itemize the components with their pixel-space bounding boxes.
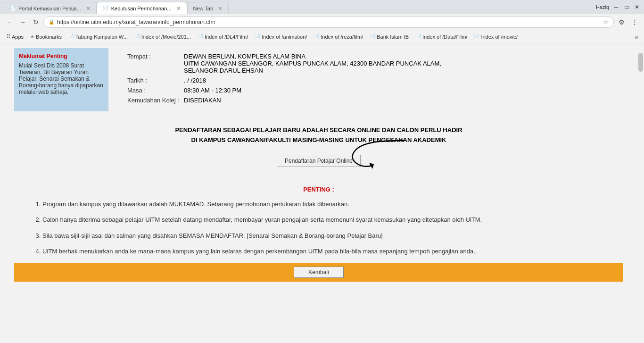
venue-tempat-line3: SELANGOR DARUL EHSAN bbox=[184, 67, 441, 74]
bookmark-bank-label: Bank Islam IB bbox=[377, 34, 409, 40]
url-text: https://online.uitm.edu.my/surat_tawaran… bbox=[57, 19, 600, 25]
nav-bar: ← → ↻ 🔒 https://online.uitm.edu.my/surat… bbox=[0, 14, 644, 30]
kembali-button[interactable]: Kembali bbox=[294, 267, 343, 278]
bookmark-data-icon: 📄 bbox=[415, 34, 421, 39]
bookmark-movie-label: Index of /Movie/201... bbox=[141, 34, 191, 40]
sidebar-body-text: Mulai Sesi Dis 2008 Surat Tawaran, Bil B… bbox=[19, 62, 104, 95]
bookmark-reza-icon: 📄 bbox=[314, 34, 319, 39]
scrollbar[interactable] bbox=[637, 43, 644, 286]
venue-kemudahan-label: Kemudahan Kolej : bbox=[127, 97, 184, 104]
bookmarks-star-icon: ★ bbox=[30, 34, 34, 39]
apps-grid-icon: ⠿ bbox=[7, 33, 10, 40]
bookmark-movie2-icon: 📄 bbox=[474, 34, 479, 39]
bookmark-reza[interactable]: 📄 Index of /reza/film/ bbox=[311, 33, 366, 41]
address-bar[interactable]: 🔒 https://online.uitm.edu.my/surat_tawar… bbox=[43, 17, 614, 28]
venue-kemudahan-row: Kemudahan Kolej : DISEDIAKAN bbox=[127, 97, 614, 104]
venue-tarikh-value: . / /2018 bbox=[184, 77, 206, 84]
tab-bar: 📄 Portal Kemasukan Pelaja... ✕ 📄 Keputus… bbox=[4, 0, 592, 14]
bookmark-animation[interactable]: 📄 Index of /animation/ bbox=[252, 33, 310, 41]
maklumat-penting-title: Maklumat Penting bbox=[19, 53, 104, 59]
announcement-text: PENDAFTARAN SEBAGAI PELAJAR BARU ADALAH … bbox=[14, 125, 623, 145]
venue-kemudahan-value: DISEDIAKAN bbox=[184, 97, 221, 104]
tab-1-icon: 📄 bbox=[10, 6, 16, 11]
page-wrapper: Maklumat Penting Mulai Sesi Dis 2008 Sur… bbox=[0, 43, 644, 286]
bookmarks-more-button[interactable]: » bbox=[633, 32, 640, 42]
main-content: Maklumat Penting Mulai Sesi Dis 2008 Sur… bbox=[0, 43, 637, 286]
tab-3-close[interactable]: ✕ bbox=[218, 5, 223, 12]
bookmark-movie2[interactable]: 📄 Index of /movie/ bbox=[471, 33, 520, 41]
bookmark-tabung-icon: 📄 bbox=[68, 34, 74, 39]
bookmark-bank-icon: 📄 bbox=[370, 34, 375, 39]
forward-button[interactable]: → bbox=[17, 17, 28, 28]
announcement-line1: PENDAFTARAN SEBAGAI PELAJAR BARU ADALAH … bbox=[14, 125, 623, 135]
announcement-line2: DI KAMPUS CAWANGAN/FAKULTI MASING-MASING… bbox=[14, 135, 623, 145]
title-bar-controls: Haziq ─ ▭ ✕ bbox=[592, 4, 640, 10]
menu-icon[interactable]: ⋮ bbox=[629, 17, 640, 28]
bookmarks-bar: ⠿ Apps ★ Bookmarks 📄 Tabung Kumpulan W..… bbox=[0, 30, 644, 43]
venue-tempat-label: Tempat : bbox=[127, 53, 184, 74]
arrow-decoration bbox=[348, 138, 409, 171]
tab-2-title: Keputusan Permohonan... bbox=[111, 6, 172, 11]
bookmark-movie-icon: 📄 bbox=[134, 34, 140, 39]
minimize-button[interactable]: ─ bbox=[613, 4, 619, 10]
penting-list: Program dan kampus yang ditawarkan adala… bbox=[33, 200, 604, 256]
browser-frame: 📄 Portal Kemasukan Pelaja... ✕ 📄 Keputus… bbox=[0, 0, 644, 343]
tab-3-title: New Tab bbox=[193, 6, 214, 11]
title-bar: 📄 Portal Kemasukan Pelaja... ✕ 📄 Keputus… bbox=[0, 0, 644, 14]
bookmark-bank[interactable]: 📄 Bank Islam IB bbox=[367, 33, 412, 41]
tab-2-icon: 📄 bbox=[103, 6, 108, 11]
apps-button[interactable]: ⠿ Apps bbox=[4, 33, 26, 41]
tab-2[interactable]: 📄 Keputusan Permohonan... ✕ bbox=[97, 2, 187, 14]
penting-item-3: Sila bawa sijil-sijil asal dan salinan y… bbox=[42, 231, 604, 241]
bookmark-reza-label: Index of /reza/film/ bbox=[321, 34, 363, 40]
restore-button[interactable]: ▭ bbox=[623, 4, 630, 10]
apps-label: Apps bbox=[12, 34, 24, 40]
bookmark-animation-label: Index of /animation/ bbox=[262, 34, 307, 40]
venue-tempat-line2: UITM CAWANGAN SELANGOR, KAMPUS PUNCAK AL… bbox=[184, 60, 441, 67]
venue-info: Tempat : DEWAN BERLIAN, KOMPLEKS ALAM BI… bbox=[118, 48, 623, 111]
tab-1-close[interactable]: ✕ bbox=[86, 5, 91, 12]
bookmark-animation-icon: 📄 bbox=[255, 34, 260, 39]
tab-3[interactable]: New Tab ✕ bbox=[187, 2, 229, 14]
venue-tempat-line1: DEWAN BERLIAN, KOMPLEKS ALAM BINA bbox=[184, 53, 441, 60]
scrollbar-thumb[interactable] bbox=[638, 53, 643, 72]
bookmark-movie2-label: Index of /movie/ bbox=[481, 34, 518, 40]
penting-title: PENTING : bbox=[33, 186, 604, 193]
secure-icon: 🔒 bbox=[49, 19, 54, 25]
bookmark-dl4-label: Index of /DL4/Film/ bbox=[205, 34, 248, 40]
sidebar-info-box: Maklumat Penting Mulai Sesi Dis 2008 Sur… bbox=[14, 48, 108, 111]
user-name: Haziq bbox=[596, 4, 609, 10]
extensions-icon[interactable]: ⚙ bbox=[616, 17, 627, 28]
bookmark-data[interactable]: 📄 Index of /Data/Film/ bbox=[413, 33, 470, 41]
venue-tarikh-row: Tarikh : . / /2018 bbox=[127, 77, 614, 84]
penting-item-2: Calon hanya diterima sebagai pelajar UiT… bbox=[42, 215, 604, 225]
venue-masa-row: Masa : 08:30 AM - 12:30 PM bbox=[127, 87, 614, 94]
tab-2-close[interactable]: ✕ bbox=[176, 5, 181, 12]
bookmark-dl4-icon: 📄 bbox=[198, 34, 203, 39]
penting-item-1: Program dan kampus yang ditawarkan adala… bbox=[42, 200, 604, 209]
bookmark-bookmarks-label: Bookmarks bbox=[36, 34, 62, 40]
penting-section: PENTING : Program dan kampus yang ditawa… bbox=[14, 186, 623, 256]
penting-item-4: UiTM berhak menukarkan anda ke mana-mana… bbox=[42, 247, 604, 256]
back-button[interactable]: ← bbox=[4, 17, 15, 28]
venue-masa-value: 08:30 AM - 12:30 PM bbox=[184, 87, 241, 94]
venue-masa-label: Masa : bbox=[127, 87, 184, 94]
close-button[interactable]: ✕ bbox=[634, 4, 640, 10]
venue-tempat-row: Tempat : DEWAN BERLIAN, KOMPLEKS ALAM BI… bbox=[127, 53, 614, 74]
venue-tempat-value: DEWAN BERLIAN, KOMPLEKS ALAM BINA UITM C… bbox=[184, 53, 441, 74]
bookmark-tabung-label: Tabung Kumpulan W... bbox=[75, 34, 128, 40]
tab-1-title: Portal Kemasukan Pelaja... bbox=[18, 6, 81, 11]
venue-tarikh-label: Tarikh : bbox=[127, 77, 184, 84]
bookmark-movie[interactable]: 📄 Index of /Movie/201... bbox=[132, 33, 194, 41]
announcement-section: PENDAFTARAN SEBAGAI PELAJAR BARU ADALAH … bbox=[14, 125, 623, 176]
bottom-bar: Kembali bbox=[14, 263, 623, 282]
bookmark-star-icon[interactable]: ☆ bbox=[603, 18, 609, 25]
reload-button[interactable]: ↻ bbox=[30, 17, 41, 28]
tab-1[interactable]: 📄 Portal Kemasukan Pelaja... ✕ bbox=[4, 2, 97, 14]
bookmark-data-label: Index of /Data/Film/ bbox=[422, 34, 467, 40]
bookmark-dl4[interactable]: 📄 Index of /DL4/Film/ bbox=[195, 33, 251, 41]
nav-right-icons: ⚙ ⋮ bbox=[616, 17, 640, 28]
top-section: Maklumat Penting Mulai Sesi Dis 2008 Sur… bbox=[14, 48, 623, 111]
bookmark-bookmarks[interactable]: ★ Bookmarks bbox=[27, 33, 65, 41]
bookmark-tabung[interactable]: 📄 Tabung Kumpulan W... bbox=[66, 33, 131, 41]
